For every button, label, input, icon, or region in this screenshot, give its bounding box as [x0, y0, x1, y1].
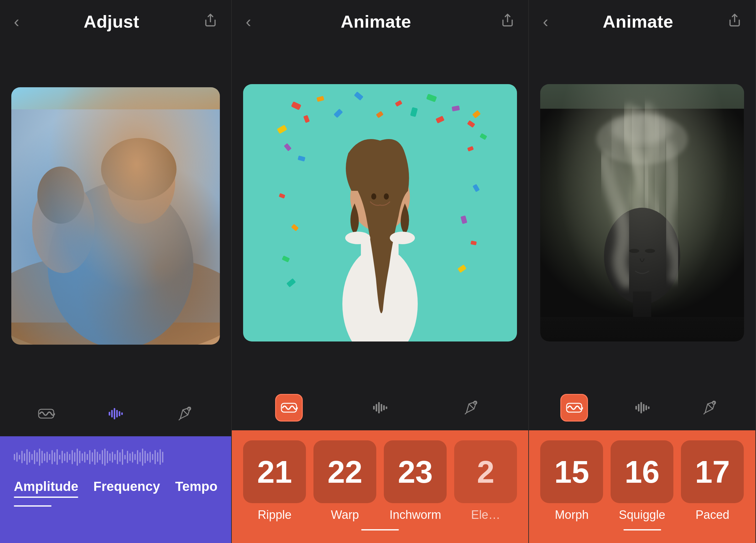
svg-rect-9: [109, 412, 110, 415]
anim-label-warp: Warp: [331, 508, 359, 522]
anim-number-21: 21: [257, 456, 292, 487]
frequency-tab[interactable]: Frequency: [93, 479, 160, 498]
couple-image: [11, 87, 220, 345]
anim-number-22: 22: [328, 456, 362, 487]
page-title-3: Animate: [603, 11, 673, 32]
smoke-illustration: [540, 84, 744, 341]
anim-item-warp[interactable]: 22 Warp: [313, 440, 376, 522]
anim-item-squiggle[interactable]: 16 Squiggle: [611, 440, 673, 522]
svg-rect-61: [540, 109, 744, 317]
page-title: Adjust: [84, 11, 139, 32]
tab-indicator: [14, 505, 52, 507]
waveform-display: [14, 448, 217, 466]
svg-point-75: [712, 401, 715, 404]
image-area-2: [232, 41, 528, 385]
couple-illustration: [11, 87, 220, 345]
share-button-3[interactable]: [728, 13, 742, 30]
confetti-image: [243, 84, 517, 341]
anim-number-box-16: 16: [611, 440, 673, 503]
svg-point-66: [596, 114, 688, 165]
adjust-panel: Amplitude Frequency Tempo: [0, 436, 231, 543]
svg-point-40: [371, 193, 376, 200]
pen-tool-button[interactable]: [171, 400, 199, 427]
anim-label-ele: Ele…: [471, 508, 500, 522]
svg-rect-70: [638, 404, 639, 411]
svg-rect-13: [119, 411, 120, 416]
anim-number-23: 23: [398, 456, 433, 487]
pen-icon: [177, 405, 194, 422]
anim-number-15: 15: [554, 456, 589, 487]
warp-icon: [37, 405, 55, 422]
svg-point-6: [32, 180, 95, 273]
svg-point-15: [188, 407, 191, 410]
panel-animate-1: ‹ Animate: [232, 0, 529, 543]
pen-tool-button-2[interactable]: [458, 394, 485, 421]
image-card-2: [243, 84, 517, 341]
svg-rect-14: [121, 412, 123, 415]
svg-rect-63: [633, 291, 651, 317]
svg-point-5: [101, 138, 177, 200]
svg-rect-69: [635, 406, 637, 410]
anim-label-inchworm: Inchworm: [389, 508, 441, 522]
svg-rect-11: [114, 408, 115, 419]
audio-tool-button-3[interactable]: [628, 394, 656, 421]
animate-panel-1: 21 Ripple 22 Warp 23 Inchworm 2 E: [232, 430, 528, 543]
warp-tool-button-3[interactable]: [560, 394, 588, 421]
svg-point-62: [604, 208, 680, 304]
page-title-2: Animate: [341, 11, 411, 32]
smoke-image: [540, 84, 744, 341]
svg-rect-55: [378, 402, 380, 413]
anim-number-box-17: 17: [681, 440, 744, 503]
tempo-tab[interactable]: Tempo: [175, 479, 218, 498]
anim-item-inchworm[interactable]: 23 Inchworm: [384, 440, 447, 522]
back-button[interactable]: ‹: [14, 12, 19, 31]
warp-icon-3: [565, 399, 583, 416]
svg-rect-10: [111, 410, 113, 417]
header-animate-1: ‹ Animate: [232, 0, 528, 41]
svg-rect-58: [386, 406, 387, 409]
anim-number-2: 2: [477, 456, 494, 487]
anim-label-ripple: Ripple: [258, 508, 291, 522]
pen-tool-button-3[interactable]: [696, 394, 724, 421]
anim-item-paced[interactable]: 17 Paced: [681, 440, 744, 522]
svg-rect-1: [11, 109, 220, 322]
animation-list-2: 15 Morph 16 Squiggle 17 Paced: [529, 440, 755, 522]
amplitude-tab[interactable]: Amplitude: [14, 479, 78, 498]
anim-number-16: 16: [625, 456, 660, 487]
share-button-2[interactable]: [501, 13, 514, 30]
svg-rect-57: [383, 405, 385, 410]
svg-point-41: [384, 193, 389, 200]
animation-list-1: 21 Ripple 22 Warp 23 Inchworm 2 E: [232, 440, 528, 522]
header-adjust: ‹ Adjust: [0, 0, 231, 41]
anim-label-squiggle: Squiggle: [619, 508, 665, 522]
back-button-2[interactable]: ‹: [246, 12, 251, 31]
warp-tool-button-2[interactable]: [275, 394, 303, 421]
header-animate-2: ‹ Animate: [529, 0, 755, 41]
audio-icon-3: [634, 399, 651, 416]
audio-tool-button[interactable]: [102, 400, 129, 427]
image-area-3: [529, 41, 755, 385]
toolbar-2: [232, 385, 528, 430]
animate-indicator-2: [623, 529, 661, 530]
anim-item-ripple[interactable]: 21 Ripple: [243, 440, 306, 522]
toolbar: [0, 391, 231, 436]
panel-animate-2: ‹ Animate: [529, 0, 756, 543]
pen-icon-3: [701, 399, 719, 416]
animate-indicator-1: [361, 529, 399, 530]
anim-label-morph: Morph: [555, 508, 589, 522]
anim-number-box-21: 21: [243, 440, 306, 503]
anim-item-ele[interactable]: 2 Ele…: [454, 440, 517, 522]
share-button[interactable]: [204, 13, 217, 30]
warp-icon-2: [280, 399, 298, 416]
svg-point-7: [37, 166, 84, 224]
warp-tool-button[interactable]: [32, 400, 60, 427]
audio-tool-button-2[interactable]: [366, 394, 394, 421]
anim-number-box-15: 15: [540, 440, 603, 503]
anim-item-morph[interactable]: 15 Morph: [540, 440, 603, 522]
back-button-3[interactable]: ‹: [543, 12, 548, 31]
svg-point-4: [107, 140, 175, 224]
svg-rect-71: [640, 402, 642, 413]
svg-point-67: [612, 114, 673, 144]
svg-point-42: [345, 232, 370, 244]
toolbar-3: [529, 385, 755, 430]
